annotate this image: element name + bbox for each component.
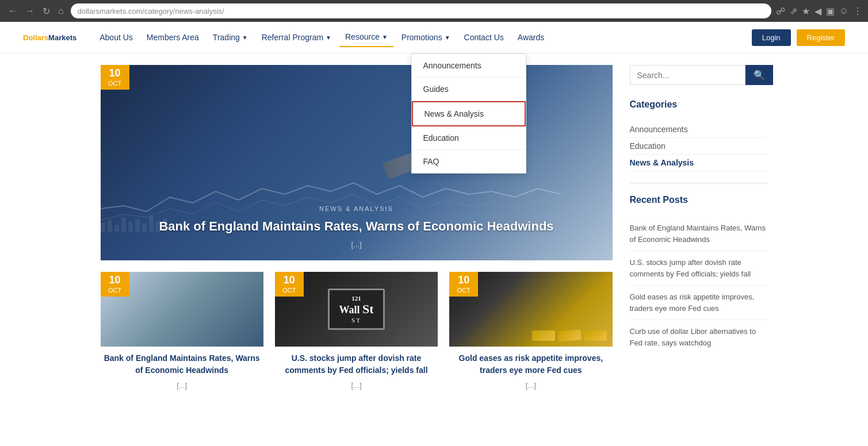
browser-chrome: ← → ↻ ⌂ dollarsmarkets.com/category/news… (0, 0, 868, 22)
nav-resource-arrow: ▼ (382, 34, 388, 40)
article-1-date-day: 10 (109, 274, 120, 286)
wall-street-sign: 121 Wall St ST (328, 289, 384, 330)
nav-members-area-label: Members Area (147, 33, 199, 42)
recent-posts-list: Bank of England Maintains Rates, Warns o… (630, 217, 768, 354)
nav-awards-label: Awards (518, 33, 544, 42)
nav-contact-label: Contact Us (464, 33, 504, 42)
recent-post-4[interactable]: Curb use of dollar Libor alternatives to… (630, 320, 768, 354)
hero-category-label: NEWS & ANALYSIS (112, 205, 601, 212)
nav-promotions[interactable]: Promotions▼ (396, 28, 456, 47)
article-1-date-month: Oct (105, 287, 125, 294)
recent-post-2[interactable]: U.S. stocks jump after dovish rate comme… (630, 251, 768, 286)
sidebar: 🔍 Categories Announcements Education New… (630, 65, 768, 390)
share-icon[interactable]: ⇗ (790, 6, 797, 17)
article-1-date-badge: 10 Oct (101, 272, 129, 297)
dropdown-guides[interactable]: Guides (412, 78, 526, 101)
article-3-date-badge: 10 Oct (449, 272, 478, 297)
recent-posts-title: Recent Posts (630, 195, 768, 208)
hero-readmore: [...] (112, 240, 601, 249)
register-button[interactable]: Register (797, 29, 845, 46)
article-3-readmore: [...] (449, 381, 612, 390)
home-button[interactable]: ⌂ (56, 5, 66, 18)
article-card-3[interactable]: 10 Oct Gold eases as risk appetite impro… (449, 272, 612, 390)
address-bar[interactable]: dollarsmarkets.com/category/news-analysi… (71, 3, 771, 18)
nav-awards[interactable]: Awards (512, 28, 550, 47)
window-icon[interactable]: ▣ (826, 6, 835, 17)
nav-trading-label: Trading (213, 33, 240, 42)
url-prefix: dollarsmarkets.com/category/ (78, 7, 175, 16)
article-card-1[interactable]: 10 Oct Bank of England Maintains Rates, … (101, 272, 263, 390)
header-actions: Login Register (752, 29, 845, 46)
nav-promotions-label: Promotions (402, 33, 442, 42)
wall-st-sub: ST (339, 317, 373, 324)
article-1-title: Bank of England Maintains Rates, Warns o… (101, 352, 263, 376)
cat-education[interactable]: Education (630, 138, 768, 155)
article-2-readmore: [...] (275, 381, 438, 390)
article-card-2[interactable]: 121 Wall St ST 10 Oct U.S. stocks jump a… (275, 272, 438, 390)
dropdown-announcements[interactable]: Announcements (412, 54, 526, 78)
resource-dropdown: Announcements Guides News & Analysis Edu… (411, 53, 526, 174)
refresh-button[interactable]: ↻ (40, 5, 52, 18)
article-3-date-day: 10 (458, 274, 469, 286)
browser-toolbar-icons: ☍ ⇗ ★ ◀ ▣ ☺ ⋮ (776, 6, 862, 17)
site-header: DollarsMarkets About Us Members Area Tra… (0, 22, 868, 53)
bookmark-icon[interactable]: ★ (802, 6, 810, 17)
login-button[interactable]: Login (752, 29, 791, 46)
nav-about-us[interactable]: About Us (94, 28, 139, 47)
forward-button[interactable]: → (23, 5, 37, 18)
content-area: 10 Oct NEWS & ANALYSIS Bank of England M… (101, 65, 613, 390)
hero-date-badge: 10 Oct (101, 65, 129, 90)
wall-st-number: 121 (339, 295, 373, 302)
search-button[interactable]: 🔍 (745, 65, 773, 85)
nav-promotions-arrow: ▼ (445, 34, 450, 41)
menu-icon[interactable]: ⋮ (853, 6, 862, 17)
search-box: 🔍 (630, 65, 768, 85)
nav-resource-label: Resource (345, 32, 380, 41)
categories-title: Categories (630, 99, 768, 113)
hero-overlay: NEWS & ANALYSIS Bank of England Maintain… (101, 194, 613, 260)
search-input[interactable] (630, 65, 745, 85)
nav-members-area[interactable]: Members Area (141, 28, 205, 47)
dropdown-faq[interactable]: FAQ (412, 150, 526, 173)
sidebar-divider (630, 183, 768, 183)
cat-announcements[interactable]: Announcements (630, 121, 768, 138)
article-thumb-2: 121 Wall St ST 10 Oct (275, 272, 438, 347)
url-path: news-analysis/ (175, 7, 224, 16)
hero-date-month: Oct (105, 80, 125, 87)
screenshot-icon[interactable]: ☍ (776, 6, 785, 17)
article-2-title: U.S. stocks jump after dovish rate comme… (275, 352, 438, 376)
hero-article[interactable]: 10 Oct NEWS & ANALYSIS Bank of England M… (101, 65, 613, 260)
logo-markets: Markets (48, 33, 77, 42)
article-1-readmore: [...] (101, 381, 263, 390)
hero-title: Bank of England Maintains Rates, Warns o… (112, 218, 601, 236)
categories-list: Announcements Education News & Analysis (630, 121, 768, 171)
article-thumb-3: 10 Oct (449, 272, 612, 347)
dropdown-news-analysis[interactable]: News & Analysis (412, 101, 526, 126)
article-2-date-day: 10 (284, 274, 295, 286)
cat-news-analysis[interactable]: News & Analysis (630, 155, 768, 171)
article-3-title: Gold eases as risk appetite improves, tr… (449, 352, 612, 376)
article-2-date-badge: 10 Oct (275, 272, 304, 297)
browser-nav-buttons: ← → ↻ ⌂ (6, 5, 66, 18)
back-button[interactable]: ← (6, 5, 20, 18)
nav-referral-program[interactable]: Referral Program▼ (256, 28, 337, 47)
site-logo[interactable]: DollarsMarkets (23, 33, 77, 42)
extension-icon[interactable]: ◀ (815, 6, 821, 17)
nav-trading-arrow: ▼ (242, 34, 248, 41)
hero-date-day: 10 (109, 67, 120, 79)
recent-post-1[interactable]: Bank of England Maintains Rates, Warns o… (630, 217, 768, 251)
nav-resource[interactable]: Resource▼ (339, 28, 393, 47)
profile-icon[interactable]: ☺ (839, 6, 848, 17)
nav-about-us-label: About Us (100, 33, 133, 42)
nav-referral-arrow: ▼ (326, 34, 331, 41)
article-thumb-1: 10 Oct (101, 272, 263, 347)
dropdown-education[interactable]: Education (412, 126, 526, 150)
article-grid: 10 Oct Bank of England Maintains Rates, … (101, 272, 613, 390)
nav-trading[interactable]: Trading▼ (207, 28, 254, 47)
article-2-date-month: Oct (280, 287, 299, 294)
article-3-date-month: Oct (454, 287, 473, 294)
main-navigation: About Us Members Area Trading▼ Referral … (94, 28, 752, 47)
recent-post-3[interactable]: Gold eases as risk appetite improves, tr… (630, 286, 768, 320)
nav-referral-label: Referral Program (262, 33, 323, 42)
nav-contact-us[interactable]: Contact Us (458, 28, 510, 47)
